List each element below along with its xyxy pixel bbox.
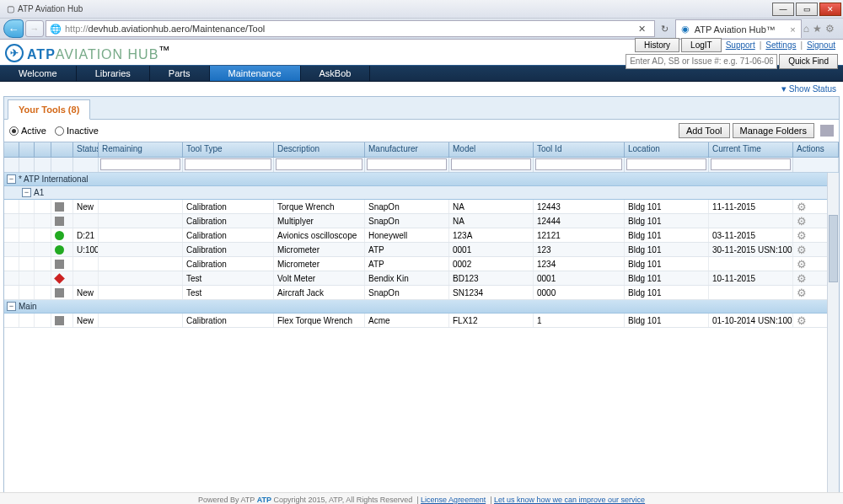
url-prefix: http:// — [65, 24, 89, 34]
collapse-icon[interactable]: − — [7, 174, 16, 184]
cell-currenttime: 01-10-2014 USN:100 — [709, 314, 793, 327]
cell-description: Torque Wrench — [274, 200, 365, 213]
quick-find-button[interactable]: Quick Find — [779, 54, 838, 69]
cell-status — [73, 214, 99, 228]
filter-model[interactable] — [451, 158, 531, 170]
signout-link[interactable]: Signout — [804, 40, 838, 50]
print-icon[interactable] — [820, 125, 834, 137]
search-input[interactable] — [626, 54, 777, 69]
browser-tab[interactable]: ◉ ATP Aviation Hub™ × — [675, 19, 802, 38]
settings-link[interactable]: Settings — [763, 40, 798, 50]
stop-icon[interactable]: ✕ — [634, 21, 651, 36]
cell-description: Flex Torque Wrench — [274, 314, 365, 327]
cell-status: U:100|D:48 — [73, 243, 99, 256]
refresh-button[interactable]: ↻ — [657, 21, 674, 36]
footer-powered: Powered By ATP — [198, 496, 255, 504]
gear-icon[interactable]: ⚙ — [797, 201, 807, 213]
cell-model: SN1234 — [449, 286, 534, 299]
minimize-button[interactable]: — — [772, 3, 794, 16]
tab-your-tools[interactable]: Your Tools (8) — [8, 99, 90, 120]
table-row[interactable]: NewCalibrationTorque WrenchSnapOnNA12443… — [4, 200, 839, 214]
col-manufacturer[interactable]: Manufacturer — [365, 142, 449, 157]
status-red-icon — [54, 273, 65, 284]
filter-tooltype[interactable] — [185, 158, 271, 170]
col-tooltype[interactable]: Tool Type — [183, 142, 274, 157]
cell-currenttime: 10-11-2015 — [709, 271, 793, 285]
collapse-icon[interactable]: − — [7, 302, 16, 311]
filter-toolid[interactable] — [535, 158, 622, 170]
address-bar[interactable]: 🌐 http://devhub.aviationhub.aero/Mainten… — [46, 20, 655, 37]
cell-description: Multiplyer — [274, 214, 365, 228]
gear-icon[interactable]: ⚙ — [797, 287, 807, 299]
cell-toolid: 0001 — [534, 271, 625, 285]
gear-icon[interactable]: ⚙ — [797, 272, 807, 285]
table-row[interactable]: CalibrationMicrometerATP00021234Bldg 101… — [4, 257, 839, 271]
cell-location: Bldg 101 — [625, 200, 709, 213]
history-button[interactable]: History — [635, 38, 679, 52]
gear-icon[interactable]: ⚙ — [797, 244, 807, 256]
col-status[interactable]: Status — [73, 142, 99, 157]
subgroup-row[interactable]: −A1 — [4, 186, 839, 200]
col-description[interactable]: Description — [274, 142, 365, 157]
table-row[interactable]: TestVolt MeterBendix KinBD1230001Bldg 10… — [4, 271, 839, 286]
logit-button[interactable]: LogIT — [681, 38, 722, 52]
table-row[interactable]: U:100|D:48CalibrationMicrometerATP000112… — [4, 243, 839, 257]
col-actions: Actions — [793, 142, 839, 157]
table-row[interactable]: D:21CalibrationAvionics oscilloscopeHone… — [4, 228, 839, 243]
col-location[interactable]: Location — [625, 142, 709, 157]
tab-close-icon[interactable]: × — [790, 24, 795, 35]
cell-remaining — [99, 243, 183, 256]
table-row[interactable]: NewCalibrationFlex Torque WrenchAcmeFLX1… — [4, 314, 839, 328]
gear-icon[interactable]: ⚙ — [797, 314, 807, 327]
cell-model: BD123 — [449, 271, 534, 285]
cell-tooltype: Calibration — [183, 214, 274, 228]
nav-item-askbob[interactable]: AskBob — [301, 66, 371, 81]
radio-active[interactable]: Active — [9, 126, 46, 136]
browser-chrome: ▢ ATP Aviation Hub — ▭ ✕ ← → 🌐 http://de… — [0, 0, 843, 40]
close-button[interactable]: ✕ — [819, 3, 841, 16]
group-row[interactable]: −* ATP International — [4, 173, 839, 186]
nav-item-maintenance[interactable]: Maintenance — [210, 66, 301, 81]
gear-icon[interactable]: ⚙ — [797, 258, 807, 271]
scroll-thumb[interactable] — [829, 215, 838, 282]
maximize-button[interactable]: ▭ — [796, 3, 818, 16]
cell-toolid: 1234 — [534, 257, 625, 271]
scrollbar[interactable] — [827, 173, 839, 504]
table-row[interactable]: NewTestAircraft JackSnapOnSN12340000Bldg… — [4, 286, 839, 300]
table-row[interactable]: CalibrationMultiplyerSnapOnNA12444Bldg 1… — [4, 214, 839, 228]
feedback-link[interactable]: Let us know how we can improve our servi… — [494, 496, 645, 504]
cell-toolid: 123 — [534, 243, 625, 256]
group-row[interactable]: −Main — [4, 300, 839, 314]
col-currenttime[interactable]: Current Time — [709, 142, 793, 157]
nav-item-welcome[interactable]: Welcome — [0, 66, 77, 81]
col-model[interactable]: Model — [449, 142, 534, 157]
tools-icon[interactable]: ⚙ — [825, 23, 835, 35]
col-remaining[interactable]: Remaining — [99, 142, 183, 157]
filter-description[interactable] — [276, 158, 362, 170]
nav-item-parts[interactable]: Parts — [150, 66, 210, 81]
filter-remaining[interactable] — [100, 158, 180, 170]
gear-icon[interactable]: ⚙ — [797, 229, 807, 242]
home-icon[interactable]: ⌂ — [803, 23, 809, 35]
gear-icon[interactable]: ⚙ — [797, 215, 807, 228]
col-toolid[interactable]: Tool Id — [534, 142, 625, 157]
support-link[interactable]: Support — [723, 40, 758, 50]
filter-currenttime[interactable] — [711, 158, 791, 170]
filter-manufacturer[interactable] — [367, 158, 447, 170]
collapse-icon[interactable]: − — [22, 188, 31, 197]
cell-description: Volt Meter — [274, 271, 365, 285]
nav-item-libraries[interactable]: Libraries — [77, 66, 150, 81]
cell-model: 123A — [449, 228, 534, 242]
forward-button[interactable]: → — [25, 20, 44, 37]
filter-location[interactable] — [626, 158, 706, 170]
cell-manufacturer: SnapOn — [365, 200, 449, 213]
cell-currenttime — [709, 257, 793, 271]
cell-location: Bldg 101 — [625, 314, 709, 327]
show-status-link[interactable]: Show Status — [789, 84, 836, 94]
manage-folders-button[interactable]: Manage Folders — [733, 123, 815, 138]
favorites-icon[interactable]: ★ — [813, 23, 822, 35]
add-tool-button[interactable]: Add Tool — [679, 123, 730, 138]
license-link[interactable]: License Agreement — [421, 496, 486, 504]
back-button[interactable]: ← — [3, 19, 24, 38]
radio-inactive[interactable]: Inactive — [55, 126, 99, 136]
